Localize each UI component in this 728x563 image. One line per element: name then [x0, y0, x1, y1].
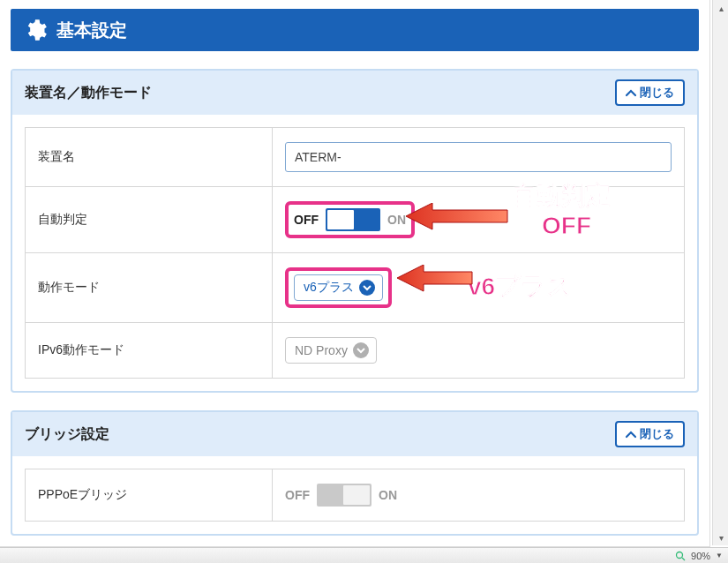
main-header: 基本設定 [11, 9, 699, 51]
svg-line-3 [682, 558, 685, 560]
toggle-off-label: OFF [294, 213, 319, 227]
page-title: 基本設定 [56, 19, 127, 42]
toggle-knob [327, 210, 354, 229]
table-row: 自動判定 OFF ON [26, 187, 685, 253]
row-value-cell: v6プラス [273, 253, 685, 323]
row-label: IPv6動作モード [26, 323, 273, 379]
device-name-input[interactable] [285, 142, 672, 172]
chevron-up-icon [626, 428, 636, 441]
section-title: 装置名／動作モード [25, 84, 152, 102]
settings-table: 装置名 自動判定 OFF ON [25, 127, 685, 379]
row-label: 自動判定 [26, 187, 273, 253]
operation-mode-dropdown[interactable]: v6プラス [294, 274, 383, 301]
collapse-button[interactable]: 閉じる [615, 421, 685, 447]
collapse-label: 閉じる [640, 85, 674, 101]
row-value-cell [273, 128, 685, 187]
table-row: PPPoEブリッジ OFF ON [26, 469, 685, 522]
settings-table: PPPoEブリッジ OFF ON [25, 469, 685, 522]
highlight-frame: v6プラス [285, 267, 392, 308]
chevron-up-icon [626, 86, 636, 100]
row-label: 動作モード [26, 253, 273, 323]
section-title: ブリッジ設定 [25, 425, 109, 444]
section-header: ブリッジ設定 閉じる [12, 412, 697, 456]
dropdown-value: ND Proxy [295, 343, 348, 357]
dropdown-value: v6プラス [304, 280, 354, 296]
highlight-frame: OFF ON [285, 201, 415, 238]
vertical-scrollbar[interactable]: ▴ ▾ [712, 0, 728, 545]
table-row: 動作モード v6プラス [26, 253, 685, 323]
status-bar: 90% ▼ [0, 547, 728, 563]
section-header: 装置名／動作モード 閉じる [12, 71, 697, 115]
chevron-down-icon [359, 280, 375, 296]
ipv6-mode-dropdown: ND Proxy [285, 337, 377, 364]
toggle-on-label: ON [379, 488, 397, 502]
scroll-down-icon[interactable]: ▾ [713, 529, 728, 545]
row-label: PPPoEブリッジ [26, 469, 273, 522]
scroll-up-icon[interactable]: ▴ [713, 0, 728, 16]
table-row: IPv6動作モード ND Proxy [26, 323, 685, 379]
chevron-down-icon [353, 342, 369, 358]
toggle-on-label: ON [387, 213, 406, 227]
collapse-label: 閉じる [640, 426, 674, 442]
zoom-icon [675, 551, 686, 561]
toggle-off-label: OFF [285, 488, 310, 502]
section-device-mode: 装置名／動作モード 閉じる 装置名 自動判定 OFF [11, 69, 699, 393]
row-value-cell: OFF ON [273, 187, 685, 253]
row-value-cell: ND Proxy [273, 323, 685, 379]
section-bridge: ブリッジ設定 閉じる PPPoEブリッジ OFF ON [11, 410, 699, 536]
row-label: 装置名 [26, 128, 273, 187]
zoom-dropdown-icon[interactable]: ▼ [716, 552, 723, 559]
table-row: 装置名 [26, 128, 685, 187]
auto-detect-toggle[interactable] [326, 208, 380, 231]
page-viewport[interactable]: 基本設定 装置名／動作モード 閉じる 装置名 自動判定 [0, 0, 710, 547]
pppoe-bridge-toggle[interactable] [317, 484, 372, 507]
svg-point-2 [677, 552, 683, 558]
gear-icon [23, 18, 48, 42]
zoom-level[interactable]: 90% [691, 551, 710, 561]
collapse-button[interactable]: 閉じる [615, 79, 685, 106]
toggle-knob [343, 485, 370, 505]
scrollbar-track[interactable] [713, 16, 728, 529]
row-value-cell: OFF ON [273, 469, 685, 522]
